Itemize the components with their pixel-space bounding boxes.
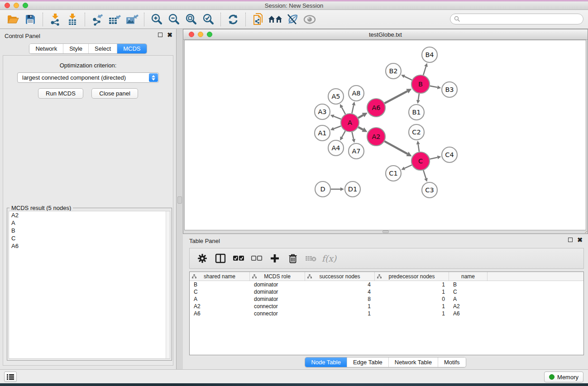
graph-edge[interactable] xyxy=(423,170,426,178)
graph-edge[interactable] xyxy=(342,107,345,114)
zoom-selected-button[interactable] xyxy=(200,12,217,27)
result-item[interactable]: B xyxy=(9,227,170,234)
cell-name[interactable]: B xyxy=(449,281,488,288)
tab-mcds[interactable]: MCDS xyxy=(117,44,146,53)
cell-mcds_role[interactable]: dominator xyxy=(250,281,305,288)
cell-predecessor[interactable]: 1 xyxy=(375,281,449,288)
tab-edge-table[interactable]: Edge Table xyxy=(347,357,389,367)
network-graph[interactable]: B4B2BB3A5A8A6A3B1AA1C2A2A4A7C4CC1C3DD1 xyxy=(185,40,587,230)
clipboard-network-button[interactable] xyxy=(249,12,267,27)
graph-edge[interactable] xyxy=(430,86,438,87)
cell-shared_name[interactable]: B xyxy=(190,281,250,288)
table-row[interactable]: Bdominator41B xyxy=(190,281,583,288)
graph-edge[interactable] xyxy=(418,94,419,100)
result-item[interactable]: A6 xyxy=(9,242,170,250)
function-builder-button[interactable]: f(x) xyxy=(320,250,338,267)
zoom-in-button[interactable] xyxy=(148,12,165,27)
table-row[interactable]: A2connector11A2 xyxy=(190,303,583,310)
home-button[interactable] xyxy=(267,12,284,27)
zoom-fit-button[interactable] xyxy=(182,12,200,27)
delete-table-button[interactable] xyxy=(302,250,320,267)
tab-network[interactable]: Network xyxy=(29,44,63,53)
cell-name[interactable]: A xyxy=(449,296,488,302)
select-all-columns-button[interactable] xyxy=(229,250,248,267)
cell-name[interactable]: A6 xyxy=(449,310,488,317)
cell-mcds_role[interactable]: connector xyxy=(250,303,305,310)
table-row[interactable]: A6connector11A6 xyxy=(190,310,583,317)
graph-edge[interactable] xyxy=(404,76,412,80)
cell-mcds_role[interactable]: connector xyxy=(250,310,305,317)
graph-edge[interactable] xyxy=(423,67,426,75)
add-column-button[interactable] xyxy=(266,250,284,267)
run-mcds-button[interactable]: Run MCDS xyxy=(38,88,83,99)
split-divider-handle[interactable] xyxy=(177,196,182,204)
network-bottom-handle[interactable] xyxy=(382,230,389,233)
graph-edge[interactable] xyxy=(430,157,438,159)
graph-edge[interactable] xyxy=(334,126,341,129)
mcds-result-list[interactable]: A2ABCA6 xyxy=(9,211,170,359)
float-panel-icon[interactable] xyxy=(158,33,163,37)
close-panel-icon[interactable]: ✖ xyxy=(167,32,172,38)
tab-node-table[interactable]: Node Table xyxy=(305,357,347,367)
export-table-button[interactable] xyxy=(106,12,123,27)
graph-edge[interactable] xyxy=(359,127,363,130)
node-table[interactable]: shared nameMCDS rolesuccessor nodesprede… xyxy=(189,272,584,355)
cell-successor[interactable]: 4 xyxy=(305,289,375,295)
cell-predecessor[interactable]: 0 xyxy=(375,296,449,302)
export-image-button[interactable] xyxy=(123,12,140,27)
open-file-button[interactable] xyxy=(5,12,22,27)
graph-edge[interactable] xyxy=(358,115,363,118)
deselect-all-columns-button[interactable] xyxy=(248,250,266,267)
cell-predecessor[interactable]: 1 xyxy=(375,303,449,310)
cell-predecessor[interactable]: 1 xyxy=(375,310,449,317)
column-header-name[interactable]: name xyxy=(449,272,488,281)
export-network-button[interactable] xyxy=(89,12,106,27)
cell-shared_name[interactable]: A6 xyxy=(190,310,250,317)
criterion-dropdown[interactable]: largest connected component (directed) xyxy=(17,72,159,83)
graph-edge[interactable] xyxy=(342,131,345,137)
delete-column-button[interactable] xyxy=(284,250,302,267)
result-item[interactable]: C xyxy=(9,234,170,242)
column-header-shared_name[interactable]: shared name xyxy=(190,272,250,281)
result-item[interactable]: A2 xyxy=(9,211,170,219)
table-row[interactable]: Cdominator41C xyxy=(190,288,583,295)
search-input[interactable] xyxy=(460,14,583,24)
save-session-button[interactable] xyxy=(22,12,39,27)
graph-edge[interactable] xyxy=(385,91,407,103)
graph-edge[interactable] xyxy=(352,132,354,139)
cell-predecessor[interactable]: 1 xyxy=(375,289,449,295)
task-history-button[interactable] xyxy=(4,372,17,382)
graph-edge[interactable] xyxy=(418,144,419,152)
cell-name[interactable]: C xyxy=(449,289,488,295)
cell-successor[interactable]: 1 xyxy=(305,310,375,317)
cell-successor[interactable]: 8 xyxy=(305,296,375,302)
graph-edge[interactable] xyxy=(384,141,407,154)
tab-style[interactable]: Style xyxy=(63,44,89,53)
table-settings-button[interactable] xyxy=(193,250,211,267)
import-table-button[interactable] xyxy=(64,12,81,27)
resize-grip-icon[interactable] xyxy=(580,226,587,233)
graphics-details-button[interactable] xyxy=(301,12,318,27)
close-table-panel-icon[interactable]: ✖ xyxy=(577,237,583,243)
graph-edge[interactable] xyxy=(334,116,341,119)
result-item[interactable]: A xyxy=(9,219,170,227)
cell-name[interactable]: A2 xyxy=(449,303,488,310)
memory-button[interactable]: Memory xyxy=(544,372,583,382)
result-scrollbar[interactable] xyxy=(166,211,170,358)
zoom-out-button[interactable] xyxy=(165,12,182,27)
tab-select[interactable]: Select xyxy=(89,44,117,53)
cell-mcds_role[interactable]: dominator xyxy=(250,289,305,295)
apply-layout-button[interactable] xyxy=(225,12,242,27)
column-header-successor[interactable]: successor nodes xyxy=(305,272,375,281)
graph-edge[interactable] xyxy=(405,165,412,168)
column-header-mcds_role[interactable]: MCDS role xyxy=(250,272,305,281)
search-field[interactable] xyxy=(450,14,583,24)
network-canvas[interactable]: B4B2BB3A5A8A6A3B1AA1C2A2A4A7C4CC1C3DD1 xyxy=(184,40,586,230)
tab-motifs[interactable]: Motifs xyxy=(438,357,466,367)
cell-successor[interactable]: 4 xyxy=(305,281,375,288)
table-row[interactable]: Adominator80A xyxy=(190,295,583,303)
float-table-panel-icon[interactable] xyxy=(568,238,573,242)
import-network-button[interactable] xyxy=(47,12,64,27)
cell-shared_name[interactable]: A2 xyxy=(190,303,250,310)
cell-mcds_role[interactable]: dominator xyxy=(250,296,305,302)
